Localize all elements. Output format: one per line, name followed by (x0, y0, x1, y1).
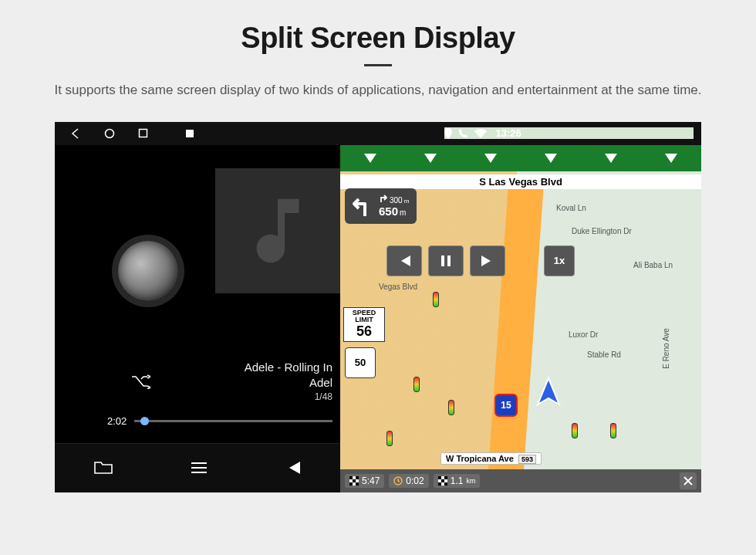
remaining-time-value: 0:02 (406, 475, 424, 486)
home-icon[interactable] (104, 128, 115, 139)
track-info: Adele - Rolling In Adel 1/48 (245, 360, 332, 404)
phone-icon (458, 128, 468, 138)
traffic-light-icon (448, 400, 454, 415)
road-label: Ali Baba Ln (633, 261, 673, 269)
svg-rect-5 (447, 256, 451, 266)
svg-rect-9 (353, 479, 356, 482)
navigation-pane[interactable]: S Las Vegas Blvd 300m 650m 1x SPEED LIMI… (340, 145, 701, 492)
svg-rect-8 (356, 476, 359, 479)
back-icon[interactable] (70, 128, 81, 139)
map-pause-button[interactable] (428, 245, 464, 276)
vehicle-position-icon (533, 377, 564, 408)
traffic-light-icon (386, 431, 393, 446)
svg-rect-16 (441, 479, 444, 482)
interstate-shield: 15 (494, 394, 518, 417)
eta-value: 5:47 (362, 475, 380, 486)
playlist-button[interactable] (190, 461, 208, 475)
status-bar: 13:26 (55, 122, 701, 145)
lane-arrow-icon (484, 154, 497, 163)
lane-arrow-icon (424, 154, 437, 163)
svg-rect-7 (349, 476, 353, 479)
traffic-light-icon (572, 423, 578, 438)
road-label: Duke Ellington Dr (572, 227, 632, 235)
recent-icon[interactable] (138, 128, 148, 138)
music-pane: Adele - Rolling In Adel 1/48 2:02 (55, 145, 340, 492)
cross-street-number: 593 (518, 455, 536, 464)
remaining-time-chip[interactable]: 0:02 (389, 474, 428, 488)
turn-instruction[interactable]: 300m 650m (345, 188, 417, 224)
speed-limit-value: 56 (344, 324, 384, 340)
location-icon (444, 128, 452, 139)
map-prev-button[interactable] (386, 245, 422, 276)
turn-distance: 650 (379, 205, 398, 218)
turn-left-icon (349, 193, 376, 219)
progress-slider[interactable] (134, 420, 332, 422)
svg-rect-4 (441, 256, 444, 266)
traffic-light-icon (413, 377, 420, 392)
shuffle-button[interactable] (130, 374, 150, 389)
device-frame: 13:26 Adele - Rolling In Adel 1/48 (55, 122, 701, 492)
playback-speed-button[interactable]: 1x (544, 245, 575, 276)
next-turn-distance: 300 (390, 196, 403, 205)
track-index: 1/48 (245, 391, 332, 403)
svg-rect-14 (438, 476, 441, 479)
current-street-banner: S Las Vegas Blvd (340, 174, 701, 189)
previous-button[interactable] (285, 460, 302, 475)
svg-point-0 (106, 129, 114, 137)
clock-text: 13:26 (496, 127, 521, 139)
remaining-dist-chip[interactable]: 1.1 km (434, 474, 481, 488)
track-title-1: Adele - Rolling In (245, 360, 332, 375)
screenshot-icon[interactable] (185, 129, 194, 138)
traffic-light-icon (610, 423, 616, 438)
road-label: E Reno Ave (662, 328, 670, 369)
next-turn-unit: m (404, 198, 410, 205)
lane-arrow-icon (545, 154, 557, 163)
wifi-icon (474, 129, 487, 138)
svg-rect-11 (356, 482, 359, 486)
route-shield: 50 (345, 347, 376, 378)
road-label: Luxor Dr (569, 330, 598, 339)
page-title: Split Screen Display (241, 22, 515, 55)
flag-icon (438, 476, 447, 486)
road-label: Vegas Blvd (379, 283, 417, 291)
nav-close-button[interactable] (680, 472, 697, 489)
track-title-2: Adel (245, 375, 332, 391)
svg-rect-17 (438, 482, 441, 486)
svg-rect-18 (444, 482, 447, 486)
close-icon (683, 476, 693, 486)
traffic-light-icon (433, 292, 439, 307)
nav-bottom-bar: 5:47 0:02 1.1 km (340, 469, 701, 492)
svg-rect-2 (186, 130, 194, 137)
clock-icon (393, 476, 403, 486)
road-label: Stable Rd (587, 350, 621, 359)
road-label: Koval Ln (556, 204, 586, 212)
turn-unit: m (400, 208, 406, 217)
remaining-dist-value: 1.1 (451, 475, 464, 486)
album-art-placeholder (215, 168, 340, 293)
page-subtitle: It supports the same screen display of t… (54, 80, 701, 100)
flag-icon (349, 476, 359, 486)
elapsed-time: 2:02 (107, 415, 127, 427)
map-next-button[interactable] (470, 245, 505, 276)
eta-chip[interactable]: 5:47 (345, 474, 384, 488)
svg-rect-10 (349, 482, 353, 486)
svg-rect-15 (444, 476, 447, 479)
svg-rect-1 (140, 130, 147, 137)
product-page: Split Screen Display It supports the sam… (0, 0, 756, 555)
lane-arrow-icon (605, 154, 617, 163)
map-media-controls: 1x (386, 245, 575, 276)
title-underline (364, 64, 392, 66)
volume-knob[interactable] (118, 241, 178, 301)
music-note-icon (235, 188, 320, 273)
remaining-dist-unit: km (466, 477, 475, 485)
lane-arrow-icon (665, 154, 677, 163)
folder-button[interactable] (93, 460, 113, 475)
lane-guidance (340, 145, 701, 171)
player-bottom-bar (55, 443, 340, 492)
cross-street-name: W Tropicana Ave (446, 454, 514, 463)
lane-arrow-icon (364, 154, 376, 163)
turn-right-small-icon (379, 194, 388, 203)
speed-limit-label: SPEED LIMIT (344, 310, 384, 325)
speed-limit-sign: SPEED LIMIT 56 (343, 307, 385, 343)
cross-street-label: W Tropicana Ave 593 (440, 452, 542, 465)
